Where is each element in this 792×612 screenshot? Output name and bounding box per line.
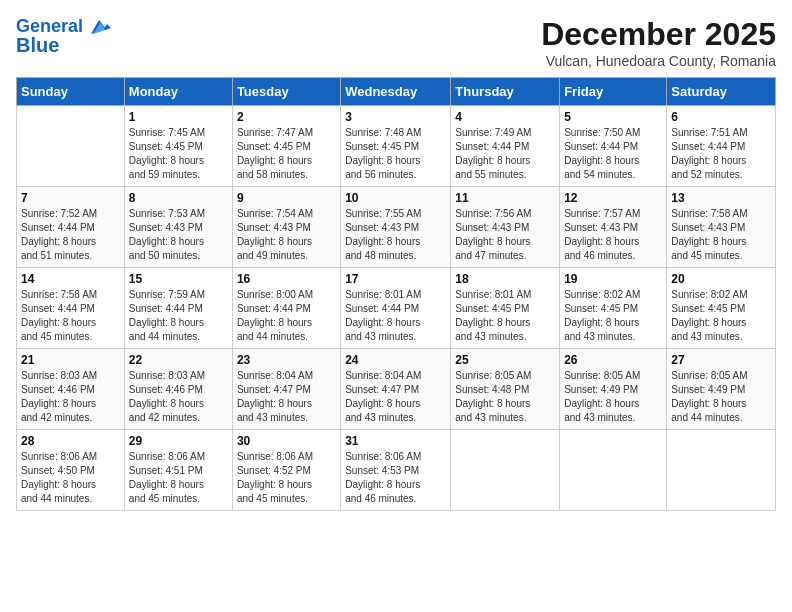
- calendar-day-cell: 11Sunrise: 7:56 AM Sunset: 4:43 PM Dayli…: [451, 187, 560, 268]
- month-title: December 2025: [541, 16, 776, 53]
- calendar-body: 1Sunrise: 7:45 AM Sunset: 4:45 PM Daylig…: [17, 106, 776, 511]
- calendar-day-cell: 29Sunrise: 8:06 AM Sunset: 4:51 PM Dayli…: [124, 430, 232, 511]
- day-info: Sunrise: 7:53 AM Sunset: 4:43 PM Dayligh…: [129, 207, 228, 263]
- day-number: 11: [455, 191, 555, 205]
- calendar-week-row: 7Sunrise: 7:52 AM Sunset: 4:44 PM Daylig…: [17, 187, 776, 268]
- day-number: 9: [237, 191, 336, 205]
- calendar-day-cell: 6Sunrise: 7:51 AM Sunset: 4:44 PM Daylig…: [667, 106, 776, 187]
- calendar-day-cell: [560, 430, 667, 511]
- day-number: 14: [21, 272, 120, 286]
- day-number: 22: [129, 353, 228, 367]
- calendar-day-cell: 24Sunrise: 8:04 AM Sunset: 4:47 PM Dayli…: [341, 349, 451, 430]
- day-info: Sunrise: 8:06 AM Sunset: 4:53 PM Dayligh…: [345, 450, 446, 506]
- day-info: Sunrise: 8:02 AM Sunset: 4:45 PM Dayligh…: [671, 288, 771, 344]
- calendar-day-cell: 26Sunrise: 8:05 AM Sunset: 4:49 PM Dayli…: [560, 349, 667, 430]
- day-number: 17: [345, 272, 446, 286]
- day-info: Sunrise: 8:05 AM Sunset: 4:49 PM Dayligh…: [671, 369, 771, 425]
- calendar-day-cell: 27Sunrise: 8:05 AM Sunset: 4:49 PM Dayli…: [667, 349, 776, 430]
- day-info: Sunrise: 7:58 AM Sunset: 4:43 PM Dayligh…: [671, 207, 771, 263]
- calendar-week-row: 14Sunrise: 7:58 AM Sunset: 4:44 PM Dayli…: [17, 268, 776, 349]
- day-number: 29: [129, 434, 228, 448]
- calendar-day-cell: 28Sunrise: 8:06 AM Sunset: 4:50 PM Dayli…: [17, 430, 125, 511]
- day-info: Sunrise: 8:00 AM Sunset: 4:44 PM Dayligh…: [237, 288, 336, 344]
- calendar-week-row: 28Sunrise: 8:06 AM Sunset: 4:50 PM Dayli…: [17, 430, 776, 511]
- calendar-day-cell: [667, 430, 776, 511]
- day-info: Sunrise: 7:49 AM Sunset: 4:44 PM Dayligh…: [455, 126, 555, 182]
- day-info: Sunrise: 8:04 AM Sunset: 4:47 PM Dayligh…: [345, 369, 446, 425]
- calendar-day-cell: 4Sunrise: 7:49 AM Sunset: 4:44 PM Daylig…: [451, 106, 560, 187]
- logo: General Blue: [16, 16, 111, 56]
- location-subtitle: Vulcan, Hunedoara County, Romania: [541, 53, 776, 69]
- calendar-day-cell: [451, 430, 560, 511]
- day-info: Sunrise: 8:01 AM Sunset: 4:44 PM Dayligh…: [345, 288, 446, 344]
- calendar-day-cell: 5Sunrise: 7:50 AM Sunset: 4:44 PM Daylig…: [560, 106, 667, 187]
- calendar-week-row: 1Sunrise: 7:45 AM Sunset: 4:45 PM Daylig…: [17, 106, 776, 187]
- calendar-day-cell: 21Sunrise: 8:03 AM Sunset: 4:46 PM Dayli…: [17, 349, 125, 430]
- calendar-day-cell: 9Sunrise: 7:54 AM Sunset: 4:43 PM Daylig…: [232, 187, 340, 268]
- logo-bird-icon: [83, 16, 111, 38]
- day-number: 18: [455, 272, 555, 286]
- day-number: 4: [455, 110, 555, 124]
- day-number: 25: [455, 353, 555, 367]
- day-number: 20: [671, 272, 771, 286]
- calendar-day-cell: 19Sunrise: 8:02 AM Sunset: 4:45 PM Dayli…: [560, 268, 667, 349]
- day-number: 16: [237, 272, 336, 286]
- day-info: Sunrise: 7:57 AM Sunset: 4:43 PM Dayligh…: [564, 207, 662, 263]
- calendar-day-cell: 1Sunrise: 7:45 AM Sunset: 4:45 PM Daylig…: [124, 106, 232, 187]
- logo-blue-text: Blue: [16, 34, 59, 56]
- calendar-week-row: 21Sunrise: 8:03 AM Sunset: 4:46 PM Dayli…: [17, 349, 776, 430]
- day-info: Sunrise: 8:03 AM Sunset: 4:46 PM Dayligh…: [21, 369, 120, 425]
- day-number: 27: [671, 353, 771, 367]
- day-info: Sunrise: 8:06 AM Sunset: 4:52 PM Dayligh…: [237, 450, 336, 506]
- day-of-week-header: Tuesday: [232, 78, 340, 106]
- day-number: 7: [21, 191, 120, 205]
- calendar-day-cell: 2Sunrise: 7:47 AM Sunset: 4:45 PM Daylig…: [232, 106, 340, 187]
- day-info: Sunrise: 8:06 AM Sunset: 4:50 PM Dayligh…: [21, 450, 120, 506]
- day-info: Sunrise: 7:47 AM Sunset: 4:45 PM Dayligh…: [237, 126, 336, 182]
- day-number: 12: [564, 191, 662, 205]
- day-number: 26: [564, 353, 662, 367]
- day-number: 1: [129, 110, 228, 124]
- day-number: 2: [237, 110, 336, 124]
- calendar-day-cell: 20Sunrise: 8:02 AM Sunset: 4:45 PM Dayli…: [667, 268, 776, 349]
- calendar-day-cell: 22Sunrise: 8:03 AM Sunset: 4:46 PM Dayli…: [124, 349, 232, 430]
- calendar-day-cell: 31Sunrise: 8:06 AM Sunset: 4:53 PM Dayli…: [341, 430, 451, 511]
- title-area: December 2025 Vulcan, Hunedoara County, …: [541, 16, 776, 69]
- day-number: 19: [564, 272, 662, 286]
- day-number: 6: [671, 110, 771, 124]
- day-of-week-header: Saturday: [667, 78, 776, 106]
- day-info: Sunrise: 8:02 AM Sunset: 4:45 PM Dayligh…: [564, 288, 662, 344]
- calendar-day-cell: 7Sunrise: 7:52 AM Sunset: 4:44 PM Daylig…: [17, 187, 125, 268]
- day-of-week-header: Friday: [560, 78, 667, 106]
- day-info: Sunrise: 7:54 AM Sunset: 4:43 PM Dayligh…: [237, 207, 336, 263]
- calendar-day-cell: 12Sunrise: 7:57 AM Sunset: 4:43 PM Dayli…: [560, 187, 667, 268]
- day-info: Sunrise: 8:03 AM Sunset: 4:46 PM Dayligh…: [129, 369, 228, 425]
- calendar-day-cell: 8Sunrise: 7:53 AM Sunset: 4:43 PM Daylig…: [124, 187, 232, 268]
- calendar-day-cell: 17Sunrise: 8:01 AM Sunset: 4:44 PM Dayli…: [341, 268, 451, 349]
- day-info: Sunrise: 7:52 AM Sunset: 4:44 PM Dayligh…: [21, 207, 120, 263]
- day-of-week-header: Wednesday: [341, 78, 451, 106]
- day-info: Sunrise: 8:05 AM Sunset: 4:48 PM Dayligh…: [455, 369, 555, 425]
- day-info: Sunrise: 7:59 AM Sunset: 4:44 PM Dayligh…: [129, 288, 228, 344]
- day-number: 24: [345, 353, 446, 367]
- day-of-week-header: Monday: [124, 78, 232, 106]
- calendar-day-cell: 23Sunrise: 8:04 AM Sunset: 4:47 PM Dayli…: [232, 349, 340, 430]
- page-header: General Blue December 2025 Vulcan, Huned…: [16, 16, 776, 69]
- calendar-day-cell: 18Sunrise: 8:01 AM Sunset: 4:45 PM Dayli…: [451, 268, 560, 349]
- day-info: Sunrise: 7:51 AM Sunset: 4:44 PM Dayligh…: [671, 126, 771, 182]
- day-info: Sunrise: 8:04 AM Sunset: 4:47 PM Dayligh…: [237, 369, 336, 425]
- day-number: 5: [564, 110, 662, 124]
- day-number: 8: [129, 191, 228, 205]
- calendar-day-cell: 13Sunrise: 7:58 AM Sunset: 4:43 PM Dayli…: [667, 187, 776, 268]
- day-of-week-header: Thursday: [451, 78, 560, 106]
- day-info: Sunrise: 7:56 AM Sunset: 4:43 PM Dayligh…: [455, 207, 555, 263]
- day-number: 13: [671, 191, 771, 205]
- calendar-day-cell: 15Sunrise: 7:59 AM Sunset: 4:44 PM Dayli…: [124, 268, 232, 349]
- day-info: Sunrise: 7:55 AM Sunset: 4:43 PM Dayligh…: [345, 207, 446, 263]
- day-number: 10: [345, 191, 446, 205]
- calendar-day-cell: 30Sunrise: 8:06 AM Sunset: 4:52 PM Dayli…: [232, 430, 340, 511]
- day-info: Sunrise: 8:05 AM Sunset: 4:49 PM Dayligh…: [564, 369, 662, 425]
- day-number: 21: [21, 353, 120, 367]
- calendar-day-cell: 14Sunrise: 7:58 AM Sunset: 4:44 PM Dayli…: [17, 268, 125, 349]
- day-number: 31: [345, 434, 446, 448]
